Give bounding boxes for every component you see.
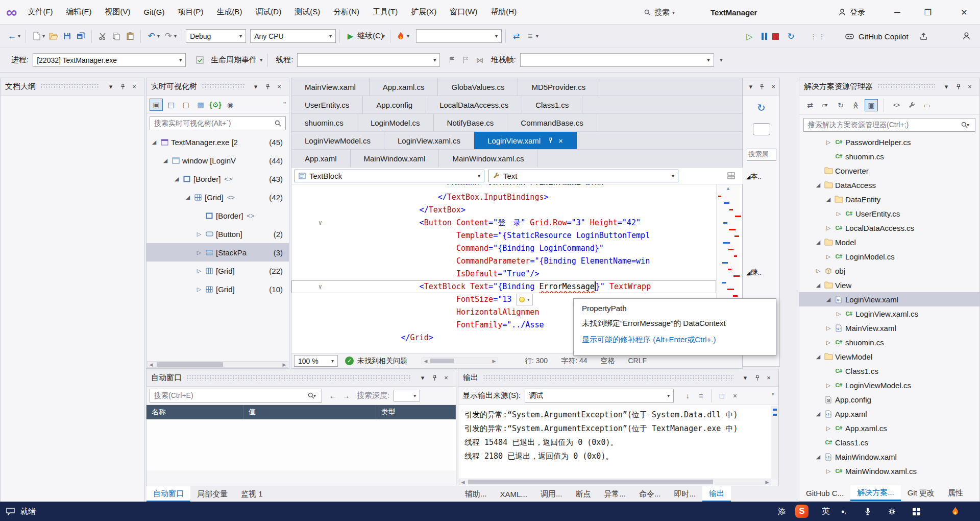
autos-search-input[interactable]: 搜索(Ctrl+E) ▾ [150, 389, 322, 402]
feedback-person-icon[interactable] [962, 32, 971, 40]
expander-icon[interactable]: ▷ [194, 268, 204, 274]
menu-item-W[interactable]: 窗口(W) [443, 0, 484, 25]
solution-configuration-combo[interactable]: Debug▾ [186, 29, 246, 43]
unflag-threads-icon[interactable] [459, 53, 473, 67]
menu-item-GitG[interactable]: Git(G) [137, 0, 172, 25]
solution-item[interactable]: C#Class1.cs [799, 435, 979, 449]
doc-tab[interactable]: UserEntity.cs [291, 96, 363, 113]
search-button[interactable]: 搜索 ▾ [644, 0, 676, 25]
view-code-icon[interactable]: <> [890, 99, 903, 111]
solution-item[interactable]: ▷C#MainWindow.xaml.cs [799, 464, 979, 478]
solution-item[interactable]: C#shuomin.cs [799, 149, 979, 163]
flag-threads-icon[interactable] [445, 53, 459, 67]
microphone-icon[interactable] [865, 502, 871, 521]
code-line[interactable]: Command="{Binding ElementName=Wind [291, 184, 716, 191]
doc-tab[interactable]: LoginViewModel.cs [291, 132, 384, 149]
toolbar-empty-combo[interactable]: ▾ [416, 29, 502, 43]
list-chevron-icon[interactable]: ▾ [536, 33, 538, 39]
doc-tab[interactable]: LocalDataAccess.cs [426, 96, 522, 113]
lvt-item[interactable]: ▷[Grid](22) [146, 262, 289, 280]
menu-item-S[interactable]: 测试(S) [288, 0, 327, 25]
expander-icon[interactable]: ◢ [161, 157, 170, 164]
scrollbar-thumb[interactable] [157, 362, 223, 367]
doc-tab[interactable]: CommandBase.cs [507, 114, 597, 131]
code-line[interactable]: </TextBox> [291, 204, 716, 217]
close-icon[interactable]: × [441, 373, 451, 383]
code-line[interactable]: Template="{StaticResource LoginButtonTem… [291, 229, 716, 242]
split-window-icon[interactable] [727, 172, 735, 179]
solution-item[interactable]: ◢Model [799, 235, 979, 249]
category-inherited[interactable]: ◢继.. [746, 268, 762, 277]
sync-with-active-document-icon[interactable]: ⇄ [803, 99, 817, 111]
menu-item-D[interactable]: 调试(D) [249, 0, 288, 25]
code-line[interactable]: </TextBox.InputBindings> [291, 191, 716, 204]
output-tab[interactable]: 输出 [702, 486, 731, 502]
menu-item-N[interactable]: 分析(N) [327, 0, 366, 25]
search-depth-combo[interactable]: ▾ [394, 390, 420, 401]
scroll-left-icon[interactable]: ◀ [422, 359, 429, 364]
pin-icon[interactable] [117, 82, 128, 92]
menu-item-H[interactable]: 帮助(H) [484, 0, 523, 25]
stop-debugging-icon[interactable] [772, 33, 779, 40]
continue-button-label[interactable]: 继续(C) [357, 31, 383, 41]
output-tab[interactable]: 异常... [597, 486, 632, 502]
solution-item[interactable]: ◢DataEntity [799, 192, 979, 206]
solution-platform-combo[interactable]: Any CPU▾ [250, 29, 336, 43]
sogou-input-icon[interactable]: S [795, 502, 808, 521]
minimize-button[interactable]: ─ [886, 0, 909, 25]
pin-icon[interactable] [757, 82, 767, 92]
doc-tab[interactable]: App.xaml [291, 150, 351, 167]
in-app-toolbar-icon[interactable]: {⚙} [209, 99, 222, 111]
lvt-item[interactable]: ◢window [LoginV(44) [146, 151, 289, 170]
scroll-up-icon[interactable]: ▲ [717, 184, 740, 191]
lifecycle-events-icon[interactable] [193, 53, 207, 67]
doc-tab[interactable]: App.xaml.cs [370, 78, 438, 96]
parallel-stacks-icon[interactable]: ⋈ [473, 53, 486, 67]
solution-item[interactable]: ◢View [799, 278, 979, 292]
solution-item[interactable]: Converter [799, 163, 979, 178]
collapse-all-icon[interactable]: ≪ [850, 99, 862, 112]
expander-icon[interactable]: ▷ [194, 249, 204, 256]
ime-toolbox-grid-icon[interactable] [913, 502, 920, 521]
pin-icon[interactable] [429, 373, 439, 383]
show-all-files-icon[interactable]: ▣ [865, 99, 878, 111]
start-without-debugging-icon[interactable]: ▷ [743, 29, 756, 43]
solution-tab[interactable]: GitHub C... [799, 485, 850, 501]
clear-all-icon[interactable]: □ [715, 390, 728, 402]
expander-icon[interactable]: ◢ [183, 194, 192, 201]
show-just-my-xaml-icon[interactable]: ▦ [194, 99, 207, 111]
scroll-left-icon[interactable]: ◀ [459, 480, 467, 485]
ime-settings-gear-icon[interactable] [888, 502, 896, 521]
expander-icon[interactable]: ▷ [824, 325, 833, 331]
menu-item-X[interactable]: 扩展(X) [404, 0, 443, 25]
expander-icon[interactable] [824, 368, 833, 374]
expander-icon[interactable]: ▷ [824, 225, 833, 231]
close-icon[interactable]: × [965, 82, 975, 92]
pause-icon[interactable] [762, 33, 767, 40]
pin-icon[interactable] [262, 82, 273, 92]
search-next-arrow-icon[interactable]: → [339, 390, 353, 402]
solution-item[interactable]: ▷C#LoginView.xaml.cs [799, 306, 979, 321]
category-local[interactable]: ◢本.. [746, 172, 762, 181]
doc-tab[interactable]: LoginView.xaml.cs [384, 132, 474, 149]
copilot-button[interactable]: GitHub Copilot [845, 25, 927, 48]
lvt-item[interactable]: ▷[Button](2) [146, 225, 289, 243]
solution-item[interactable]: ▷C#App.xaml.cs [799, 421, 979, 435]
editor-horizontal-scrollbar[interactable]: ◀ ▶ [422, 358, 498, 364]
solution-search-input[interactable]: 搜索解决方案资源管理器(Ctrl+;) ▾ [803, 118, 975, 132]
expander-icon[interactable] [824, 153, 833, 159]
autos-tab[interactable]: 自动窗口 [146, 486, 190, 502]
share-icon[interactable] [920, 33, 927, 40]
code-line[interactable]: Command="{Binding LoginCommand}" [291, 242, 716, 255]
menu-item-F[interactable]: 文件(F) [21, 0, 59, 25]
lifecycle-events-label[interactable]: 生命周期事件 [211, 55, 257, 65]
window-position-chevron-icon[interactable]: ▾ [740, 373, 750, 383]
refresh-icon[interactable]: ↻ [757, 102, 766, 114]
expander-icon[interactable]: ◢ [172, 176, 181, 182]
solution-tab[interactable]: 解决方案... [850, 485, 901, 501]
lifecycle-chevron-icon[interactable]: ▾ [260, 57, 262, 63]
display-layout-adorners-icon[interactable]: ▤ [164, 99, 178, 111]
doc-tab[interactable]: shuomin.cs [291, 114, 357, 131]
feedback-bubble-icon[interactable] [6, 502, 15, 521]
solution-item[interactable]: ▷MainView.xaml [799, 321, 979, 335]
